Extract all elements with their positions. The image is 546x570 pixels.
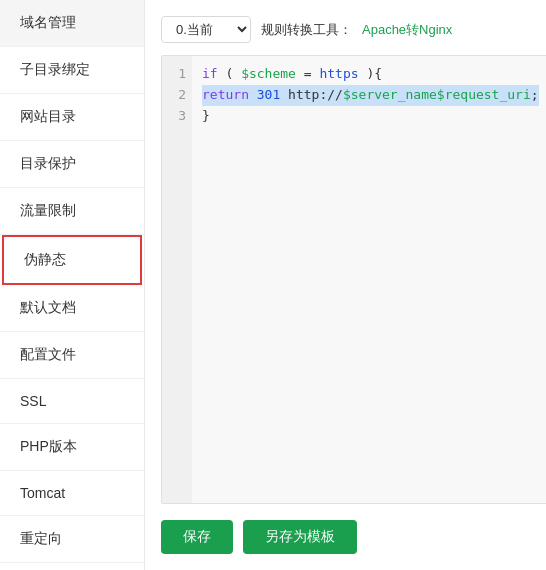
line-number: 3 [168, 106, 186, 127]
sidebar-item-ssl[interactable]: SSL [0, 379, 144, 424]
sidebar-item-traffic-limit[interactable]: 流量限制 [0, 188, 144, 235]
sidebar-item-pseudo-static[interactable]: 伪静态 [2, 235, 142, 285]
sidebar-item-config-file[interactable]: 配置文件 [0, 332, 144, 379]
sidebar-item-subdir-bind[interactable]: 子目录绑定 [0, 47, 144, 94]
sidebar-item-site-dir[interactable]: 网站目录 [0, 94, 144, 141]
footer-buttons: 保存 另存为模板 [161, 520, 546, 554]
sidebar-item-dir-protect[interactable]: 目录保护 [0, 141, 144, 188]
sidebar-item-tomcat[interactable]: Tomcat [0, 471, 144, 516]
code-line: if ( $scheme = https ){ [202, 64, 539, 85]
save-template-button[interactable]: 另存为模板 [243, 520, 357, 554]
code-line: return 301 http://$server_name$request_u… [202, 85, 539, 106]
sidebar-item-redirect[interactable]: 重定向 [0, 516, 144, 563]
rule-convert-label: 规则转换工具： [261, 21, 352, 39]
line-number: 2 [168, 85, 186, 106]
sidebar: 域名管理子目录绑定网站目录目录保护流量限制伪静态默认文档配置文件SSLPHP版本… [0, 0, 145, 570]
line-number: 1 [168, 64, 186, 85]
sidebar-item-domain[interactable]: 域名管理 [0, 0, 144, 47]
version-select[interactable]: 0.当前 [161, 16, 251, 43]
toolbar-row: 0.当前 规则转换工具： Apache转Nginx [161, 16, 546, 43]
line-numbers: 123 [162, 56, 192, 503]
sidebar-item-default-doc[interactable]: 默认文档 [0, 285, 144, 332]
rule-convert-link[interactable]: Apache转Nginx [362, 21, 452, 39]
code-content[interactable]: if ( $scheme = https ){return 301 http:/… [192, 56, 546, 503]
sidebar-item-php-version[interactable]: PHP版本 [0, 424, 144, 471]
code-editor[interactable]: 123 if ( $scheme = https ){return 301 ht… [161, 55, 546, 504]
code-line: } [202, 106, 539, 127]
save-button[interactable]: 保存 [161, 520, 233, 554]
main-content: 0.当前 规则转换工具： Apache转Nginx 123 if ( $sche… [145, 0, 546, 570]
